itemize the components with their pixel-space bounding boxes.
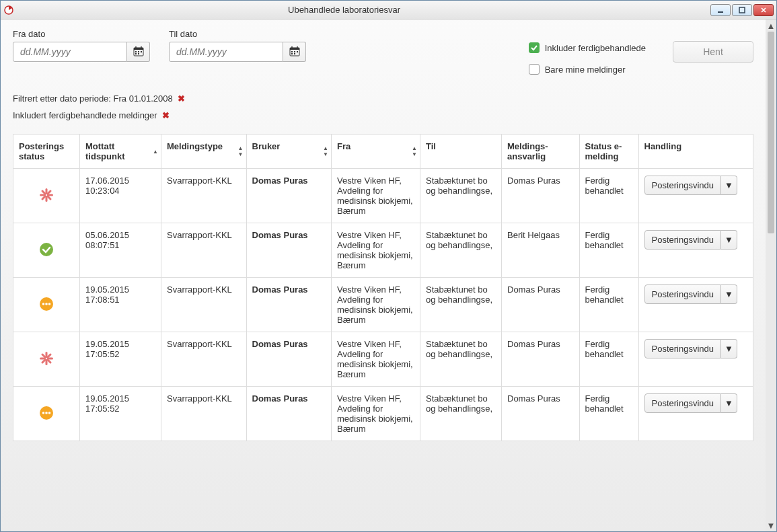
cell-to: Stabæktunet bo og behandlingse,	[420, 223, 502, 278]
svg-point-32	[45, 303, 48, 305]
col-type[interactable]: Meldingstype▲▼	[161, 135, 247, 169]
col-from[interactable]: Fra▲▼	[332, 135, 420, 169]
window-title: Ubehandlede laboratoriesvar	[18, 5, 710, 15]
table-row[interactable]: 19.05.2015 17:05:52Svarrapport-KKLDomas …	[13, 332, 753, 387]
cell-from: Vestre Viken HF, Avdeling for medisinsk …	[332, 223, 420, 278]
action-dropdown-toggle[interactable]: ▼	[721, 393, 737, 413]
action-dropdown-toggle[interactable]: ▼	[721, 230, 737, 250]
table-row[interactable]: 19.05.2015 17:05:52Svarrapport-KKLDomas …	[13, 387, 753, 441]
include-processed-checkbox[interactable]: Inkluder ferdigbehandlede	[529, 42, 646, 53]
posting-window-button[interactable]: Posteringsvindu	[644, 393, 722, 413]
cell-from: Vestre Viken HF, Avdeling for medisinsk …	[332, 278, 420, 332]
cell-responsible: Domas Puras	[502, 169, 580, 223]
cell-type: Svarrapport-KKL	[161, 169, 247, 223]
from-date-input[interactable]	[13, 42, 127, 62]
calendar-icon	[289, 46, 300, 59]
cell-user: Domas Puras	[246, 278, 332, 332]
from-date-calendar-button[interactable]	[127, 42, 150, 62]
svg-rect-4	[134, 48, 143, 50]
svg-point-43	[42, 412, 45, 414]
sort-icon: ▲▼	[323, 145, 328, 157]
red-asterisk-icon	[38, 187, 54, 203]
cell-responsible: Domas Puras	[502, 332, 580, 387]
scroll-thumb[interactable]	[768, 32, 774, 233]
svg-rect-7	[135, 51, 137, 52]
cell-emessage-status: Ferdig behandlet	[579, 223, 638, 278]
posting-window-button[interactable]: Posteringsvindu	[644, 339, 722, 358]
cell-type: Svarrapport-KKL	[161, 387, 247, 441]
svg-point-29	[40, 243, 53, 256]
calendar-icon	[133, 46, 144, 59]
close-button[interactable]	[753, 4, 774, 16]
svg-rect-20	[294, 53, 295, 54]
svg-rect-17	[294, 51, 295, 52]
applied-filter-include: Inkludert ferdigbehandlede meldinger	[13, 110, 157, 120]
col-status[interactable]: Posterings status	[13, 135, 80, 169]
posting-window-button[interactable]: Posteringsvindu	[644, 230, 722, 250]
cell-user: Domas Puras	[246, 223, 332, 278]
action-dropdown-toggle[interactable]: ▼	[721, 339, 737, 358]
svg-rect-18	[297, 51, 298, 52]
orange-dots-icon	[38, 405, 54, 421]
cell-responsible: Domas Puras	[502, 278, 580, 332]
cell-received: 19.05.2015 17:05:52	[80, 332, 161, 387]
minimize-button[interactable]	[710, 4, 731, 16]
table-row[interactable]: 19.05.2015 17:08:51Svarrapport-KKLDomas …	[13, 278, 753, 332]
cell-to: Stabæktunet bo og behandlingse,	[420, 332, 502, 387]
fetch-button[interactable]: Hent	[673, 41, 753, 63]
checkbox-checked-icon	[529, 42, 540, 53]
cell-type: Svarrapport-KKL	[161, 332, 247, 387]
maximize-button[interactable]	[732, 4, 752, 16]
cell-emessage-status: Ferdig behandlet	[579, 278, 638, 332]
window: Ubehandlede laboratoriesvar Fra dato	[0, 0, 777, 532]
to-date-input[interactable]	[169, 42, 283, 62]
red-asterisk-icon	[38, 350, 54, 367]
posting-window-button[interactable]: Posteringsvindu	[644, 176, 722, 195]
svg-point-45	[48, 412, 51, 414]
app-icon	[3, 5, 14, 15]
svg-point-31	[42, 303, 45, 305]
svg-rect-8	[138, 51, 139, 52]
svg-rect-11	[138, 53, 139, 54]
only-mine-checkbox[interactable]: Bare mine meldinger	[529, 64, 646, 75]
to-date-calendar-button[interactable]	[283, 42, 306, 62]
remove-filter-include-icon[interactable]: ✖	[162, 110, 170, 120]
cell-type: Svarrapport-KKL	[161, 278, 247, 332]
action-dropdown-toggle[interactable]: ▼	[721, 284, 737, 304]
scroll-up-icon[interactable]: ▲	[766, 21, 776, 30]
messages-table: Posterings status Mottatt tidspunkt▲ Mel…	[13, 134, 753, 441]
cell-emessage-status: Ferdig behandlet	[579, 387, 638, 441]
col-action[interactable]: Handling	[638, 135, 753, 169]
cell-from: Vestre Viken HF, Avdeling for medisinsk …	[332, 332, 420, 387]
chevron-down-icon: ▼	[725, 398, 733, 408]
remove-filter-date-icon[interactable]: ✖	[178, 93, 185, 104]
scroll-down-icon[interactable]: ▼	[766, 521, 776, 530]
svg-rect-13	[290, 48, 299, 50]
content: Fra dato Til dato	[1, 20, 766, 531]
cell-responsible: Berit Helgaas	[502, 223, 580, 278]
from-date-group: Fra dato	[13, 29, 150, 62]
svg-rect-10	[135, 53, 137, 54]
cell-emessage-status: Ferdig behandlet	[579, 332, 638, 387]
to-date-group: Til dato	[169, 29, 306, 62]
cell-received: 19.05.2015 17:08:51	[80, 278, 161, 332]
orange-dots-icon	[38, 296, 54, 312]
filter-bar: Fra dato Til dato	[13, 29, 753, 75]
col-received[interactable]: Mottatt tidspunkt▲	[80, 135, 161, 169]
col-responsible[interactable]: Meldings-ansvarlig	[502, 135, 580, 169]
cell-emessage-status: Ferdig behandlet	[579, 169, 638, 223]
vertical-scrollbar[interactable]: ▲ ▼	[766, 20, 776, 531]
cell-received: 05.06.2015 08:07:51	[80, 223, 161, 278]
col-user[interactable]: Bruker▲▼	[246, 135, 332, 169]
table-row[interactable]: 05.06.2015 08:07:51Svarrapport-KKLDomas …	[13, 223, 753, 278]
action-dropdown-toggle[interactable]: ▼	[721, 176, 737, 195]
col-to[interactable]: Til	[420, 135, 502, 169]
table-row[interactable]: 17.06.2015 10:23:04Svarrapport-KKLDomas …	[13, 169, 753, 223]
from-date-label: Fra dato	[13, 29, 150, 39]
sort-icon: ▲	[153, 149, 158, 155]
col-emessage-status[interactable]: Status e-melding	[579, 135, 638, 169]
cell-to: Stabæktunet bo og behandlingse,	[420, 278, 502, 332]
svg-point-33	[48, 303, 51, 305]
posting-window-button[interactable]: Posteringsvindu	[644, 284, 722, 304]
svg-point-44	[45, 412, 48, 414]
